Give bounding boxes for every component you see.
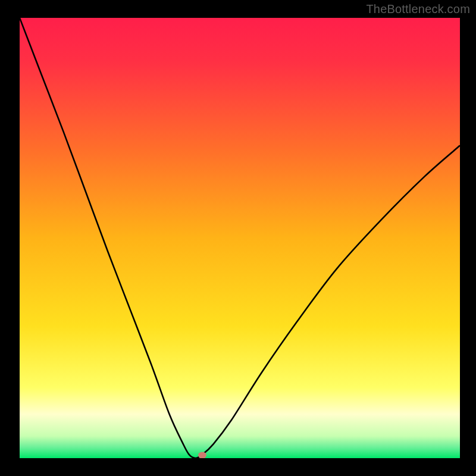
optimal-marker: [198, 452, 206, 458]
chart-frame: TheBottleneck.com: [0, 0, 476, 476]
bottleneck-curve: [20, 18, 460, 458]
plot-area: [20, 18, 460, 458]
watermark-text: TheBottleneck.com: [366, 2, 470, 16]
